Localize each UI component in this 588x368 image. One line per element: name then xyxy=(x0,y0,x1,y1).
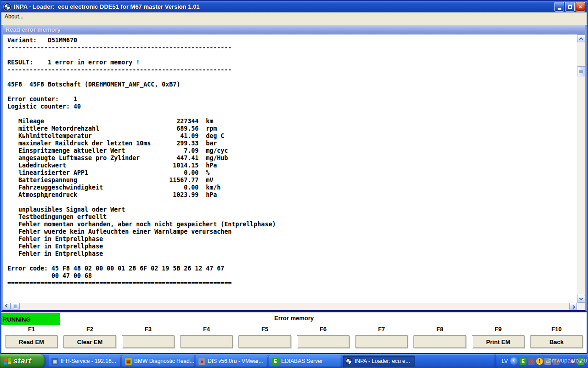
fkey-label-f4: F4 xyxy=(177,326,236,335)
network-offline-icon[interactable]: x xyxy=(528,358,535,365)
network-error-icon[interactable]: x xyxy=(553,358,560,365)
fkey-label-f3: F3 xyxy=(119,326,177,335)
fkey-label-f6: F6 xyxy=(294,326,352,335)
mdi-client-strip xyxy=(1,21,587,25)
fkey-cell-f9: F9Print EM xyxy=(469,326,527,350)
fkey-cell-f6: F6 xyxy=(294,326,352,350)
ediabas-server-icon: E xyxy=(272,358,279,365)
menubar: About... xyxy=(1,12,587,21)
taskbar-task-ediabas-server[interactable]: EEDIABAS Server xyxy=(269,356,341,367)
minimize-icon xyxy=(558,8,561,10)
minimize-button[interactable] xyxy=(554,2,564,12)
scroll-up-button[interactable] xyxy=(577,34,585,42)
fkey-cell-f1: F1Read EM xyxy=(2,326,61,350)
taskbar-task-list: ▣IFH-Service - 192.16...▤BMW Diagnostic … xyxy=(49,356,415,367)
taskbar-task-ifh-service-192-16[interactable]: ▣IFH-Service - 192.16... xyxy=(49,356,121,367)
security-alert-icon[interactable]: ! xyxy=(536,358,543,365)
maximize-button[interactable] xyxy=(565,2,575,12)
chevron-right-icon xyxy=(571,305,575,309)
task-label: IFH-Service - 192.16... xyxy=(61,358,116,364)
close-icon: × xyxy=(579,4,582,10)
fkey-cell-f4: F4 xyxy=(177,326,236,350)
chevron-left-icon xyxy=(5,304,8,307)
ifh-service-icon: ▣ xyxy=(51,358,58,365)
fkey-f8-empty-button xyxy=(413,335,466,348)
function-key-bar: F1Read EMF2Clear EMF3F4F5F6F7F8F9Print E… xyxy=(2,326,586,350)
softkey-panel: RUNNING Error memory F1Read EMF2Clear EM… xyxy=(1,311,587,353)
print-em-button[interactable]: Print EM xyxy=(472,335,524,348)
child-window-titlebar[interactable]: Read error memory xyxy=(3,25,585,34)
inpa-loader-window: INPA - Loader: ecu electronic DDE51 for … xyxy=(0,0,588,354)
child-window-title: Read error memory xyxy=(6,26,61,33)
vertical-scrollbar[interactable] xyxy=(577,34,585,303)
safely-remove-icon[interactable]: ✓ xyxy=(561,358,568,365)
task-label: INPA - Loader: ecu e... xyxy=(355,358,410,364)
vertical-scroll-track[interactable] xyxy=(577,42,585,295)
task-label: BMW Diagnostic Head... xyxy=(134,358,194,364)
back-button[interactable]: Back xyxy=(530,335,582,348)
read-error-memory-window: Read error memory Variant: D51MM670 ----… xyxy=(1,25,587,311)
tray-expand-button[interactable] xyxy=(510,357,518,365)
fkey-cell-f3: F3 xyxy=(119,326,177,350)
chevron-up-icon xyxy=(579,37,583,41)
titlebar[interactable]: INPA - Loader: ecu electronic DDE51 for … xyxy=(1,1,587,12)
bmw-roundel-icon xyxy=(345,358,352,365)
update-icon[interactable]: ▸ xyxy=(577,358,584,365)
taskbar-task-dis-v56-0ru-vmwar[interactable]: ■DIS v56.0ru - VMwar... xyxy=(196,356,268,367)
taskbar: start ▣IFH-Service - 192.16...▤BMW Diagn… xyxy=(0,354,588,368)
fkey-label-f2: F2 xyxy=(61,326,119,335)
fkey-f7-empty-button xyxy=(355,335,407,348)
horizontal-scroll-track[interactable] xyxy=(20,303,569,310)
fkey-f3-empty-button xyxy=(122,335,174,348)
bmw-diagnostic-icon: ▤ xyxy=(125,358,132,365)
dis-vmware-icon: ■ xyxy=(198,358,205,365)
task-label: DIS v56.0ru - VMwar... xyxy=(208,358,263,364)
task-label: EDIABAS Server xyxy=(281,358,323,364)
windows-flag-icon xyxy=(4,358,11,365)
fkey-f6-empty-button xyxy=(297,335,349,348)
screen-title: Error memory xyxy=(1,315,587,322)
fkey-f4-empty-button xyxy=(180,335,232,348)
fkey-f5-empty-button xyxy=(238,335,291,348)
fkey-cell-f7: F7 xyxy=(352,326,411,350)
scroll-right-button[interactable] xyxy=(569,303,577,310)
vertical-scroll-thumb[interactable] xyxy=(577,66,585,76)
scrollbar-corner xyxy=(577,303,585,310)
fkey-cell-f2: F2Clear EM xyxy=(61,326,119,350)
fkey-label-f10: F10 xyxy=(527,326,586,335)
scroll-left-button[interactable] xyxy=(3,303,11,310)
fkey-cell-f10: F10Back xyxy=(527,326,586,350)
clear-em-button[interactable]: Clear EM xyxy=(63,335,116,348)
chevron-left-icon xyxy=(513,359,515,362)
read-em-button[interactable]: Read EM xyxy=(5,335,57,348)
window-title: INPA - Loader: ecu electronic DDE51 for … xyxy=(14,3,554,10)
messenger-icon[interactable]: ☻ xyxy=(569,358,576,365)
error-memory-report-text: Variant: D51MM670 ----------------------… xyxy=(3,34,577,303)
start-button-label: start xyxy=(13,356,31,366)
maximize-icon xyxy=(568,5,572,9)
ediabas-tray-icon[interactable]: E xyxy=(520,358,526,365)
menu-about[interactable]: About... xyxy=(1,13,27,20)
fkey-label-f1: F1 xyxy=(2,326,61,335)
horizontal-scroll-thumb[interactable] xyxy=(11,303,20,310)
fkey-cell-f5: F5 xyxy=(236,326,294,350)
fkey-label-f9: F9 xyxy=(469,326,527,335)
desktop: INPA - Loader: ecu electronic DDE51 for … xyxy=(0,0,588,368)
close-button[interactable]: × xyxy=(576,2,585,12)
bmw-roundel-icon xyxy=(4,3,11,11)
taskbar-task-inpa-loader-ecu-e[interactable]: INPA - Loader: ecu e... xyxy=(343,356,415,367)
display-settings-icon[interactable]: ▭ xyxy=(544,358,551,365)
chevron-down-icon xyxy=(579,296,583,300)
fkey-cell-f8: F8 xyxy=(411,326,469,350)
scroll-down-button[interactable] xyxy=(577,295,585,303)
fkey-label-f7: F7 xyxy=(352,326,411,335)
taskbar-task-bmw-diagnostic-head[interactable]: ▤BMW Diagnostic Head... xyxy=(122,356,194,367)
start-button[interactable]: start xyxy=(0,354,45,368)
language-indicator[interactable]: LV xyxy=(502,358,509,364)
fkey-label-f8: F8 xyxy=(411,326,469,335)
fkey-label-f5: F5 xyxy=(236,326,294,335)
system-tray: LV Ex!▭x✓☻▸ bmwupasto.eu xyxy=(496,354,588,368)
